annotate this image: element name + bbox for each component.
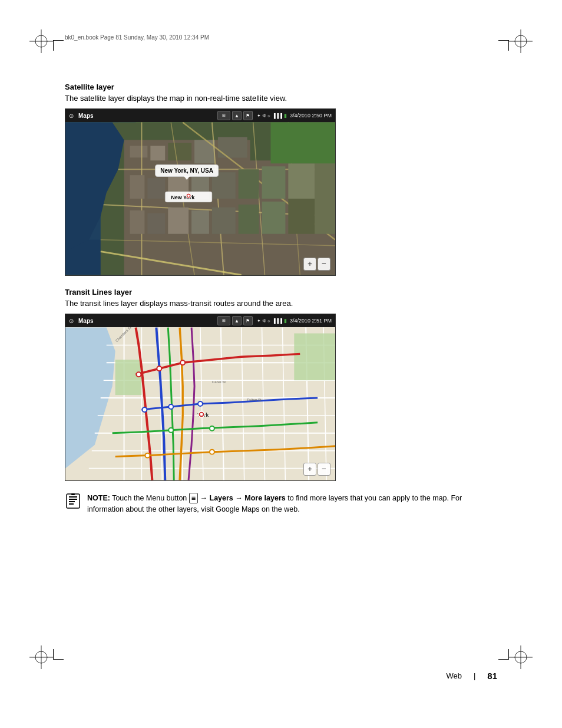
satellite-section: Satellite layer The satellite layer disp… — [65, 83, 497, 276]
svg-point-83 — [168, 404, 173, 409]
nav-icon-2-symbol: ▲ — [234, 113, 239, 118]
tick-tl-h — [53, 40, 64, 41]
transit-heading: Transit Lines layer — [65, 288, 497, 297]
sat-signal-icons: ✦ ❊ ⟐ — [257, 113, 270, 118]
nav-icon-3-symbol: ⚑ — [246, 113, 250, 118]
svg-rect-40 — [262, 166, 286, 199]
page-number: 81 — [487, 671, 497, 681]
svg-point-86 — [210, 426, 214, 431]
corner-mark-tl — [29, 29, 53, 53]
transit-battery-icon: ▮ — [284, 318, 287, 324]
tick-tr-v — [508, 40, 509, 51]
svg-rect-48 — [239, 205, 259, 234]
transit-screenshot: ⊙ Maps ⊞ ▲ ⚑ ✦ ❊ ⟐ ▐▐▐ — [65, 314, 336, 481]
corner-mark-tr — [509, 29, 533, 53]
page-container: bk0_en.book Page 81 Sunday, May 30, 2010… — [0, 0, 562, 728]
transit-description: The transit lines layer displays mass-tr… — [65, 299, 497, 308]
tick-tl-v — [53, 40, 54, 51]
svg-text:Canal St: Canal St — [212, 380, 226, 384]
satellite-map-svg: New York — [65, 122, 335, 275]
svg-rect-41 — [288, 163, 315, 199]
svg-rect-17 — [150, 146, 165, 160]
content-area: Satellite layer The satellite layer disp… — [65, 83, 497, 645]
svg-rect-43 — [130, 210, 145, 234]
svg-rect-49 — [262, 202, 286, 234]
note-layers-label: Layers — [210, 494, 233, 502]
svg-rect-18 — [168, 143, 191, 160]
transit-map-view[interactable]: York Chambers St Canal St Fulton St + − — [65, 327, 335, 480]
svg-rect-78 — [294, 334, 335, 381]
back-circle-transit[interactable]: ⊙ — [69, 318, 74, 324]
nav-icon-1[interactable]: ⊞ — [217, 111, 230, 120]
svg-point-80 — [157, 366, 161, 371]
svg-rect-52 — [270, 123, 335, 164]
note-more-layers: More layers — [244, 494, 285, 502]
satellite-status-bar: ⊙ Maps ⊞ ▲ ⚑ ✦ ❊ ⟐ — [65, 109, 335, 122]
satellite-status-icons: ⊞ ▲ ⚑ ✦ ❊ ⟐ ▐▐▐ ▮ 3/4/2010 2:50 PM — [217, 111, 332, 120]
nav-icon-transit-1[interactable]: ⊞ — [217, 316, 230, 325]
svg-point-79 — [136, 372, 141, 377]
nav-icon-transit-3-sym: ⚑ — [246, 318, 250, 324]
transit-status-icons: ⊞ ▲ ⚑ ✦ ❊ ⟐ ▐▐▐ ▮ 3/4/2010 2:51 PM — [217, 316, 332, 325]
transit-zoom-controls: + − — [303, 463, 330, 476]
nav-icon-transit-3[interactable]: ⚑ — [243, 316, 253, 325]
map-label-bubble-sat: New York, NY, USA — [155, 164, 219, 177]
zoom-plus-sat[interactable]: + — [303, 258, 316, 271]
back-circle-sat[interactable]: ⊙ — [69, 113, 74, 119]
svg-point-85 — [168, 428, 173, 433]
svg-rect-100 — [71, 493, 75, 495]
nav-icon-1-symbol: ⊞ — [222, 113, 226, 118]
transit-map-svg: York Chambers St Canal St Fulton St — [65, 327, 335, 480]
note-box: NOTE: Touch the Menu button ≡ → Layers →… — [65, 493, 497, 515]
satellite-description: The satellite layer displays the map in … — [65, 94, 497, 103]
svg-point-82 — [142, 407, 147, 412]
sat-battery-icon: ▮ — [284, 113, 287, 118]
transit-signal-icons: ✦ ❊ ⟐ — [257, 318, 270, 324]
file-info: bk0_en.book Page 81 Sunday, May 30, 2010… — [65, 34, 209, 41]
sat-time: 3/4/2010 2:50 PM — [290, 113, 332, 118]
nav-icon-transit-2-sym: ▲ — [234, 318, 239, 324]
svg-point-84 — [198, 401, 203, 406]
svg-rect-97 — [69, 499, 77, 500]
nav-icon-transit-2[interactable]: ▲ — [232, 316, 242, 325]
satellite-map-view[interactable]: New York New York, NY, USA + − — [65, 122, 335, 275]
satellite-zoom-controls: + − — [303, 258, 330, 271]
tick-br-v — [508, 649, 509, 660]
note-text-content: NOTE: Touch the Menu button ≡ → Layers →… — [87, 493, 497, 515]
svg-rect-34 — [130, 175, 145, 199]
svg-rect-45 — [168, 207, 189, 234]
svg-rect-46 — [191, 210, 209, 234]
svg-text:Fulton St: Fulton St — [247, 398, 262, 401]
tick-tr-h — [498, 40, 509, 41]
svg-rect-99 — [69, 503, 74, 505]
note-arrow2: → — [235, 494, 244, 502]
note-arrow1: → — [200, 494, 210, 502]
svg-rect-51 — [315, 196, 335, 234]
nav-icon-2[interactable]: ▲ — [232, 111, 242, 120]
svg-rect-77 — [115, 360, 142, 395]
tick-bl-v — [53, 649, 54, 660]
svg-point-56 — [187, 195, 190, 197]
map-label-text-sat: New York, NY, USA — [160, 167, 213, 174]
svg-rect-96 — [69, 496, 77, 498]
satellite-screenshot: ⊙ Maps ⊞ ▲ ⚑ ✦ ❊ ⟐ — [65, 108, 336, 276]
tick-br-h — [498, 659, 509, 660]
svg-rect-98 — [69, 501, 75, 502]
section-label: Web — [446, 671, 462, 680]
svg-rect-44 — [147, 213, 165, 234]
maps-title-transit: Maps — [78, 318, 94, 324]
zoom-minus-transit[interactable]: − — [318, 463, 330, 476]
corner-mark-br — [509, 645, 533, 669]
note-icon — [65, 493, 81, 509]
footer-separator: | — [474, 671, 475, 680]
note-text-intro: Touch the Menu button — [112, 494, 189, 502]
svg-rect-47 — [212, 207, 236, 234]
svg-rect-20 — [218, 137, 247, 157]
nav-icon-3[interactable]: ⚑ — [243, 111, 253, 120]
zoom-minus-sat[interactable]: − — [318, 258, 330, 271]
zoom-plus-transit[interactable]: + — [303, 463, 316, 476]
menu-button-icon: ≡ — [189, 493, 198, 503]
svg-rect-39 — [239, 169, 259, 199]
transit-signal-bars: ▐▐▐ — [272, 318, 282, 324]
sat-signal-bars: ▐▐▐ — [272, 113, 282, 118]
